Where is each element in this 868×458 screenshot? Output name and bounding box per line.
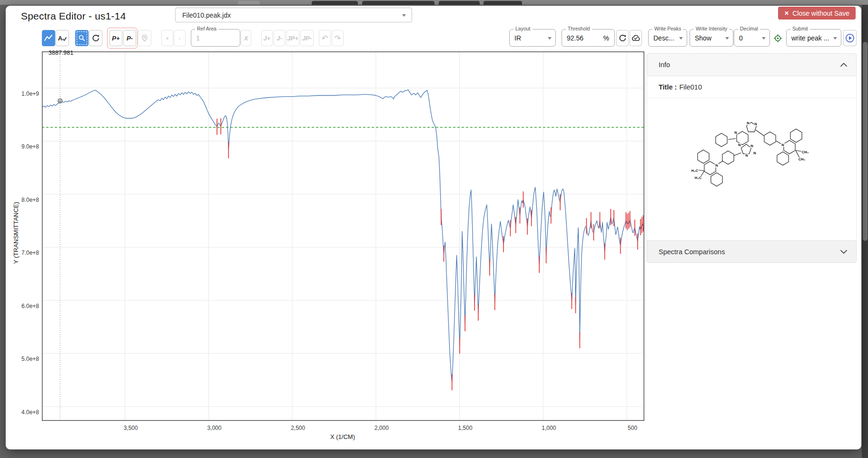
threshold-unit: %: [603, 34, 609, 42]
close-button-label: Close without Save: [792, 10, 849, 17]
multiply-button[interactable]: X: [241, 30, 251, 46]
chevron-down-icon: [762, 37, 766, 40]
page-scrollbar-thumb[interactable]: [863, 42, 868, 241]
refresh-threshold-button[interactable]: [616, 30, 629, 46]
spectra-editor-modal: Spectra Editor - us1-14 File010.peak.jdx…: [6, 6, 861, 449]
j-plus-label: J+: [264, 35, 271, 42]
minus-label: -: [178, 35, 180, 42]
svg-text:CH₃: CH₃: [802, 150, 809, 154]
close-without-save-button[interactable]: ✕ Close without Save: [778, 7, 856, 20]
write-intensity-select[interactable]: Write Intensity Show: [690, 29, 733, 47]
jp-minus-label: JP-: [302, 35, 312, 42]
spectrum-line: [42, 90, 644, 382]
j-plus-button[interactable]: J+: [261, 30, 273, 46]
x-tick-label: 1,500: [458, 425, 473, 431]
target-tool-button[interactable]: [772, 30, 783, 46]
svg-text:N: N: [738, 143, 740, 147]
x-tick-label: 500: [628, 425, 637, 431]
spectra-comparisons-accordion-header[interactable]: Spectra Comparisons: [647, 240, 857, 263]
svg-text:N: N: [754, 122, 757, 126]
plus-label: +: [166, 35, 169, 42]
j-minus-button[interactable]: J-: [274, 30, 285, 46]
x-label: X: [244, 35, 248, 42]
remove-peak-button[interactable]: P-: [123, 30, 136, 46]
write-intensity-legend: Write Intensity: [694, 26, 729, 31]
decimal-value: 0: [739, 34, 743, 42]
run-submit-button[interactable]: [843, 30, 857, 46]
jp-plus-label: JP+: [287, 35, 298, 42]
zoom-selection-button[interactable]: [75, 30, 89, 46]
svg-text:N: N: [781, 143, 784, 147]
x-tick-label: 1,000: [542, 425, 556, 431]
ref-area-field[interactable]: Ref Area 1: [191, 29, 240, 47]
y-tick-label: 5.0e+8: [10, 356, 39, 362]
undo-icon: ↶: [322, 34, 328, 43]
file-selector-dropdown[interactable]: File010.peak.jdx: [175, 8, 412, 22]
chevron-down-icon: [548, 37, 552, 40]
y-tick-label: 4.0e+8: [10, 409, 39, 416]
jp-minus-button[interactable]: JP-: [300, 30, 314, 46]
svg-text:N: N: [734, 130, 737, 135]
chevron-up-icon: [840, 62, 848, 67]
molecule-structure: NNNNNNNNNCH₃CH₃H₃CH₃C: [686, 118, 843, 199]
threshold-value: 92.56: [567, 34, 583, 42]
refresh-icon: [619, 34, 627, 42]
chevron-down-icon: [402, 14, 406, 17]
add-peak-button[interactable]: P+: [109, 30, 122, 46]
undo-button[interactable]: ↶: [319, 30, 331, 46]
target-icon: [773, 34, 782, 43]
write-intensity-value: Show: [695, 34, 711, 42]
p-minus-label: P-: [127, 35, 133, 42]
letter-a-label: A: [58, 35, 62, 42]
spectrum-title-row: Title : File010: [647, 76, 856, 98]
svg-text:H₃C: H₃C: [691, 169, 699, 173]
redo-button[interactable]: ↷: [332, 30, 344, 46]
file-selector-value: File010.peak.jdx: [182, 11, 231, 19]
comparisons-header-label: Spectra Comparisons: [659, 248, 725, 256]
decimal-select[interactable]: Decimal 0: [734, 29, 770, 47]
line-chart-icon: [44, 34, 53, 42]
chevron-down-icon: [840, 249, 848, 254]
play-icon: [845, 33, 855, 43]
title-value: File010: [679, 83, 702, 91]
svg-text:N: N: [745, 153, 748, 158]
cursor-point-marker: [58, 99, 62, 103]
background-tab: [362, 1, 434, 5]
svg-text:N: N: [753, 151, 756, 155]
layout-select[interactable]: Layout IR: [509, 29, 556, 47]
info-accordion-header[interactable]: Info: [647, 53, 857, 76]
y-tick-label: 9.0e+8: [10, 143, 39, 150]
pin-tool-button[interactable]: [138, 30, 151, 46]
write-peaks-value: Desc...: [653, 34, 674, 42]
submit-value: write peak ...: [791, 34, 829, 42]
plot-border: [42, 52, 644, 421]
j-minus-label: J-: [276, 35, 282, 42]
svg-text:N: N: [715, 163, 718, 168]
x-tick-label: 3,500: [124, 425, 138, 431]
p-plus-label: P+: [112, 35, 119, 42]
layout-value: IR: [514, 34, 521, 42]
increase-button[interactable]: +: [161, 30, 173, 46]
spectrum-plot-area[interactable]: [42, 51, 644, 421]
auto-peak-picking-button[interactable]: A: [56, 30, 69, 46]
y-tick-label: 6.0e+8: [10, 303, 39, 309]
threshold-field[interactable]: Threshold 92.56 %: [562, 29, 615, 47]
threshold-legend: Threshold: [566, 26, 592, 31]
chevron-down-icon: [725, 37, 729, 40]
zoom-reset-button[interactable]: [89, 30, 102, 46]
cloud-save-button[interactable]: [630, 30, 642, 46]
x-tick-label: 2,000: [375, 425, 389, 431]
magnifier-icon: [78, 34, 86, 42]
write-peaks-select[interactable]: Write Peaks Desc...: [648, 29, 687, 47]
decrease-button[interactable]: -: [174, 30, 186, 46]
cursor-position-label: 3887.981: [49, 50, 73, 56]
jp-plus-button[interactable]: JP+: [286, 30, 299, 46]
chevron-down-icon: [679, 37, 683, 40]
decimal-legend: Decimal: [738, 26, 760, 31]
display-spectrum-button[interactable]: [42, 30, 55, 46]
ref-area-legend: Ref Area: [195, 26, 218, 31]
submit-select[interactable]: Submit write peak ...: [786, 29, 841, 47]
y-axis-title: Y (TRANSMITTANCE): [12, 202, 20, 264]
submit-legend: Submit: [790, 26, 810, 31]
location-pin-icon: [141, 34, 148, 42]
